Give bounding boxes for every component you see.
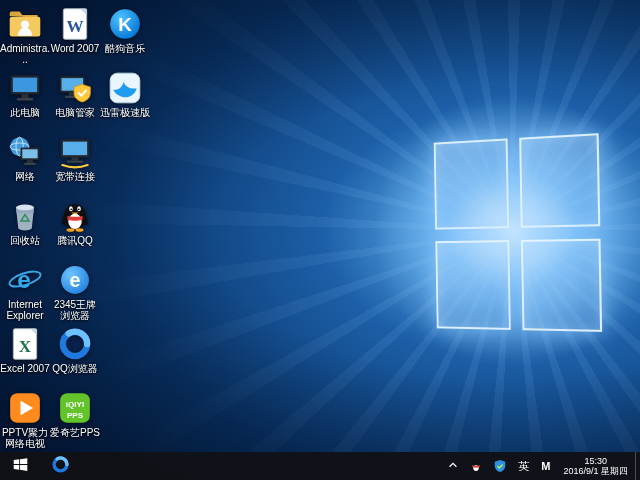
desktop-icon-internet-explorer[interactable]: eInternet Explorer xyxy=(0,262,50,321)
desktop-icon-network[interactable]: 网络 xyxy=(0,134,50,183)
desktop-icon-label: 电脑管家 xyxy=(50,108,100,119)
desktop-icon-label: PPTV聚力 网络电视 xyxy=(0,428,50,449)
word-2007-icon: W xyxy=(57,6,93,42)
kugou-music-icon: K xyxy=(107,6,143,42)
desktop-icon-excel-2007[interactable]: XExcel 2007 xyxy=(0,326,50,375)
svg-text:X: X xyxy=(19,337,32,356)
desktop-icon-recycle-bin[interactable]: 回收站 xyxy=(0,198,50,247)
start-button[interactable] xyxy=(0,452,40,480)
desktop-icon-qq-browser[interactable]: QQ浏览器 xyxy=(50,326,100,375)
broadband-icon xyxy=(57,134,93,170)
svg-text:PPS: PPS xyxy=(67,411,84,420)
desktop-icon-label: 网络 xyxy=(0,172,50,183)
network-icon xyxy=(7,134,43,170)
2345-browser-icon: e xyxy=(57,262,93,298)
ime-language-indicator[interactable]: 英 xyxy=(512,452,535,480)
desktop-icon-pc-manager[interactable]: 电脑管家 xyxy=(50,70,100,119)
desktop-icon-label: 爱奇艺PPS xyxy=(50,428,100,439)
svg-text:e: e xyxy=(69,269,80,291)
desktop-icon-label: 迅雷极速版 xyxy=(100,108,150,119)
desktop-icon-label: Internet Explorer xyxy=(0,300,50,321)
system-tray: 英 M 15:30 2016/9/1 星期四 xyxy=(442,452,640,480)
excel-2007-icon: X xyxy=(7,326,43,362)
svg-text:e: e xyxy=(17,266,31,293)
xunlei-speed-icon xyxy=(107,70,143,106)
desktop-icon-grid: Administra...WWord 2007K酷狗音乐此电脑电脑管家迅雷极速版… xyxy=(0,0,640,452)
desktop-icon-kugou-music[interactable]: K酷狗音乐 xyxy=(100,6,150,55)
ime-mode-badge[interactable]: M xyxy=(535,452,556,480)
desktop-icon-label: 腾讯QQ xyxy=(50,236,100,247)
desktop-icon-2345-browser[interactable]: e2345王牌浏览器 xyxy=(50,262,100,321)
clock-time: 15:30 xyxy=(563,456,628,467)
desktop-icon-label: QQ浏览器 xyxy=(50,364,100,375)
desktop-icon-word-2007[interactable]: WWord 2007 xyxy=(50,6,100,55)
svg-text:K: K xyxy=(118,14,132,35)
chevron-up-icon xyxy=(447,459,459,474)
this-pc-icon xyxy=(7,70,43,106)
desktop-icon-label: 酷狗音乐 xyxy=(100,44,150,55)
taskbar-clock[interactable]: 15:30 2016/9/1 星期四 xyxy=(556,456,635,477)
show-desktop-button[interactable] xyxy=(635,452,640,480)
desktop-icon-this-pc[interactable]: 此电脑 xyxy=(0,70,50,119)
taskbar-qq-browser-button[interactable] xyxy=(40,452,80,480)
windows-logo-icon xyxy=(12,456,29,476)
desktop-icon-xunlei-speed[interactable]: 迅雷极速版 xyxy=(100,70,150,119)
qq-browser-ring-icon xyxy=(51,455,70,477)
tray-qq-icon[interactable] xyxy=(464,452,488,480)
taskbar: 英 M 15:30 2016/9/1 星期四 xyxy=(0,452,640,480)
desktop-background: Administra...WWord 2007K酷狗音乐此电脑电脑管家迅雷极速版… xyxy=(0,0,640,480)
desktop-icon-label: Word 2007 xyxy=(50,44,100,55)
recycle-bin-icon xyxy=(7,198,43,234)
desktop-icon-broadband[interactable]: 宽带连接 xyxy=(50,134,100,183)
clock-date: 2016/9/1 星期四 xyxy=(563,466,628,477)
desktop-icon-label: 此电脑 xyxy=(0,108,50,119)
iqiyi-pps-icon: iQIYIPPS xyxy=(57,390,93,426)
pptv-icon xyxy=(7,390,43,426)
tray-expand-button[interactable] xyxy=(442,452,464,480)
desktop-icon-tencent-qq[interactable]: 腾讯QQ xyxy=(50,198,100,247)
svg-text:iQIYI: iQIYI xyxy=(66,400,84,409)
desktop-icon-label: 宽带连接 xyxy=(50,172,100,183)
desktop-icon-label: Administra... xyxy=(0,44,50,65)
desktop-icon-administrator[interactable]: Administra... xyxy=(0,6,50,65)
internet-explorer-icon: e xyxy=(7,262,43,298)
desktop-icon-iqiyi-pps[interactable]: iQIYIPPS爱奇艺PPS xyxy=(50,390,100,439)
qq-browser-icon xyxy=(57,326,93,362)
tencent-qq-icon xyxy=(57,198,93,234)
tray-security-icon[interactable] xyxy=(488,452,512,480)
desktop-icon-pptv[interactable]: PPTV聚力 网络电视 xyxy=(0,390,50,449)
pc-manager-icon xyxy=(57,70,93,106)
desktop-icon-label: Excel 2007 xyxy=(0,364,50,375)
desktop-icon-label: 2345王牌浏览器 xyxy=(50,300,100,321)
administrator-icon xyxy=(7,6,43,42)
svg-text:W: W xyxy=(66,17,83,36)
desktop-icon-label: 回收站 xyxy=(0,236,50,247)
